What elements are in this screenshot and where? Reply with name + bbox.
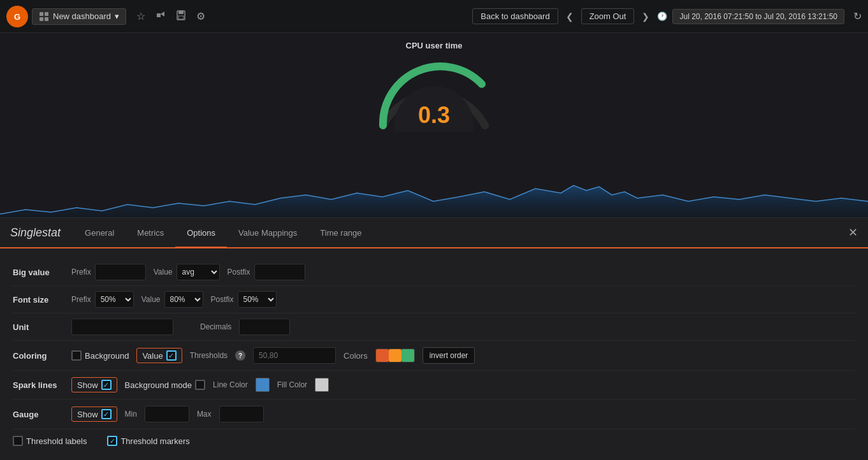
- decimals-label: Decimals: [200, 322, 231, 331]
- tab-metrics[interactable]: Metrics: [126, 219, 175, 248]
- options-panel: Big value Prefix Value avg min max sum c…: [0, 248, 868, 460]
- dashboard-name: New dashboard: [53, 11, 111, 21]
- value-label: Value: [154, 268, 173, 277]
- clock-icon: 🕐: [657, 11, 667, 21]
- unit-label: Unit: [13, 322, 64, 332]
- bg-mode-label: Background mode: [125, 380, 192, 390]
- settings-button[interactable]: ⚙: [191, 6, 210, 26]
- dashboard-icon: [39, 11, 49, 22]
- postfix-label: Postfix: [228, 268, 250, 277]
- font-value-select[interactable]: 50%70% 80% 100%: [164, 291, 203, 308]
- invert-order-button[interactable]: invert order: [423, 347, 475, 364]
- line-color-picker[interactable]: [256, 378, 270, 392]
- font-postfix-label: Postfix: [211, 295, 234, 304]
- gauge-show-label: Show: [77, 410, 98, 419]
- save-button[interactable]: [171, 6, 191, 27]
- tab-value-mappings[interactable]: Value Mappings: [227, 219, 308, 248]
- big-value-label: Big value: [13, 268, 64, 277]
- panel-header: Singlestat General Metrics Options Value…: [0, 218, 868, 248]
- big-value-section: Big value Prefix Value avg min max sum c…: [13, 259, 855, 286]
- refresh-button[interactable]: ↻: [853, 10, 862, 22]
- font-prefix-label: Prefix: [71, 295, 91, 304]
- gauge-min-input[interactable]: 0: [145, 406, 189, 422]
- star-button[interactable]: ☆: [131, 6, 150, 26]
- bg-mode-checkbox[interactable]: [195, 380, 205, 390]
- threshold-labels-checkbox[interactable]: [13, 436, 23, 446]
- sparklines-show-box: Show ✓: [71, 377, 117, 392]
- tab-options[interactable]: Options: [175, 219, 227, 248]
- background-label: Background: [85, 351, 129, 361]
- coloring-label: Coloring: [13, 351, 64, 361]
- svg-text:G: G: [14, 12, 20, 22]
- unit-input[interactable]: percent (0-100): [71, 319, 173, 335]
- big-value-value-group: Value avg min max sum current: [154, 264, 220, 280]
- color-swatch-3[interactable]: [401, 349, 414, 362]
- zoom-out-button[interactable]: Zoom Out: [581, 8, 635, 24]
- threshold-markers-checkbox[interactable]: ✓: [107, 436, 117, 446]
- fill-color-picker[interactable]: [315, 378, 329, 392]
- panel-title: Singlestat: [10, 226, 61, 240]
- background-checkbox-wrapper[interactable]: Background: [71, 350, 129, 361]
- time-range-display[interactable]: Jul 20, 2016 07:21:50 to Jul 20, 2016 13…: [672, 9, 844, 24]
- app-logo[interactable]: G: [6, 6, 28, 27]
- font-value-group: Value 50%70% 80% 100%: [141, 291, 203, 308]
- prev-time-button[interactable]: ❮: [563, 11, 576, 22]
- decimals-input[interactable]: auto: [239, 319, 290, 335]
- font-size-section: Font size Prefix 50% 70%80%100% Value 50…: [13, 286, 855, 313]
- svg-rect-5: [45, 17, 48, 21]
- share-button[interactable]: [150, 6, 171, 27]
- threshold-labels-wrapper[interactable]: Threshold labels: [13, 436, 87, 446]
- threshold-options-section: Threshold labels ✓ Threshold markers: [13, 429, 855, 452]
- sparklines-show-checkbox[interactable]: ✓: [101, 380, 112, 390]
- font-prefix-select[interactable]: 50% 70%80%100%: [95, 291, 134, 308]
- coloring-section: Coloring Background Value ✓ Thresholds ?…: [13, 341, 855, 371]
- tab-time-range[interactable]: Time range: [308, 219, 373, 248]
- svg-rect-3: [45, 12, 48, 16]
- gauge-widget: 0.3: [370, 55, 498, 129]
- big-value-prefix-group: Prefix: [71, 264, 146, 280]
- postfix-input[interactable]: [254, 264, 305, 280]
- color-swatch-2[interactable]: [389, 349, 401, 362]
- thresholds-help-icon[interactable]: ?: [235, 350, 245, 361]
- svg-rect-2: [40, 12, 43, 16]
- sparkline-chart: [0, 166, 868, 217]
- back-to-dashboard-button[interactable]: Back to dashboard: [472, 8, 558, 24]
- prefix-input[interactable]: [95, 264, 146, 280]
- chart-title: CPU user time: [406, 41, 463, 50]
- gauge-show-checkbox[interactable]: ✓: [101, 409, 112, 419]
- sparklines-section: Spark lines Show ✓ Background mode Line …: [13, 371, 855, 399]
- threshold-markers-wrapper[interactable]: ✓ Threshold markers: [107, 436, 189, 446]
- gauge-section: Gauge Show ✓ Min 0 Max 100: [13, 399, 855, 429]
- font-postfix-group: Postfix 50% 70%80%100%: [211, 291, 277, 308]
- background-checkbox[interactable]: [71, 350, 82, 361]
- gauge-section-label: Gauge: [13, 410, 64, 419]
- value-checkbox[interactable]: ✓: [166, 350, 177, 361]
- line-color-label: Line Color: [213, 380, 248, 389]
- prefix-label: Prefix: [71, 268, 91, 277]
- dashboard-selector[interactable]: New dashboard ▾: [32, 8, 126, 25]
- bg-mode-wrapper[interactable]: Background mode: [125, 380, 206, 390]
- big-value-postfix-group: Postfix: [228, 264, 305, 280]
- colors-label: Colors: [344, 351, 368, 361]
- panel-close-button[interactable]: ✕: [848, 226, 858, 240]
- tab-general[interactable]: General: [73, 219, 126, 248]
- value-option-box: Value ✓: [136, 348, 182, 363]
- time-controls: Back to dashboard ❮ Zoom Out ❯ 🕐 Jul 20,…: [472, 8, 862, 24]
- thresholds-input[interactable]: [253, 347, 336, 364]
- unit-section: Unit percent (0-100) Decimals auto: [13, 313, 855, 341]
- sparklines-label: Spark lines: [13, 380, 64, 390]
- font-postfix-select[interactable]: 50% 70%80%100%: [238, 291, 277, 308]
- value-select[interactable]: avg min max sum current: [177, 264, 220, 280]
- next-time-button[interactable]: ❯: [639, 11, 652, 22]
- top-navigation: G New dashboard ▾ ☆ ⚙ Back to dashboard …: [0, 0, 868, 33]
- value-coloring-label: Value: [142, 351, 163, 361]
- threshold-markers-label: Threshold markers: [120, 436, 189, 446]
- svg-rect-7: [178, 11, 184, 14]
- color-swatch-1[interactable]: [376, 349, 389, 362]
- gauge-show-box: Show ✓: [71, 406, 117, 422]
- svg-rect-4: [40, 17, 43, 21]
- gauge-max-input[interactable]: 100: [219, 406, 264, 422]
- font-value-label: Value: [141, 295, 161, 304]
- gauge-max-label: Max: [197, 410, 212, 419]
- thresholds-label: Thresholds: [190, 351, 228, 360]
